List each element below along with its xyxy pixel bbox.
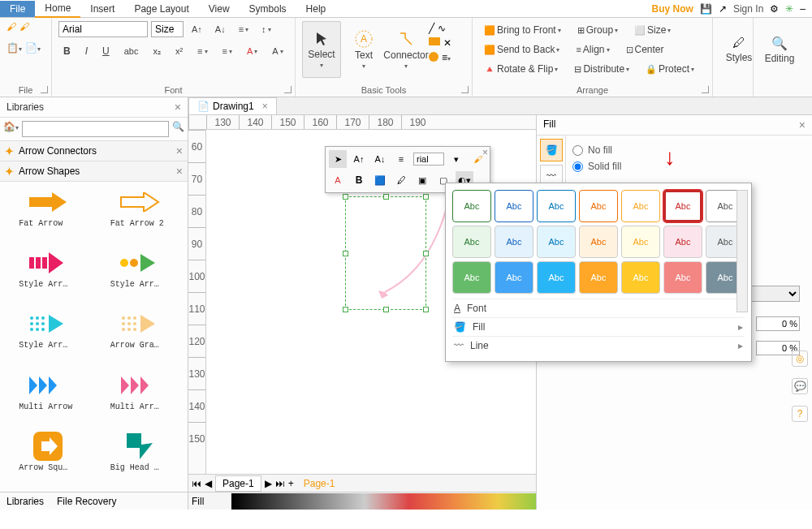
shape-fat-arrow[interactable]: Fat Arrow [5, 187, 92, 243]
text-tool[interactable]: A Text▾ [344, 21, 383, 78]
copy-icon[interactable]: 📄▾ [25, 42, 41, 54]
shape-fat-arrow-2[interactable]: Fat Arrow 2 [97, 187, 184, 243]
solid-fill-option[interactable]: Solid fill [572, 158, 806, 174]
percent-input-1[interactable] [756, 316, 800, 331]
tab-file-recovery[interactable]: File Recovery [57, 496, 116, 507]
select-tool[interactable]: Select▾ [302, 21, 341, 78]
menu-symbols[interactable]: Symbols [240, 1, 296, 17]
strikethrough-button[interactable]: abc [119, 43, 144, 59]
style-swatch[interactable]: Abc [537, 190, 576, 222]
format-painter-icon[interactable]: 🖌 [6, 21, 16, 32]
shape-style-arr-2[interactable]: Style Arr… [97, 247, 184, 303]
lib-arrow-shapes[interactable]: ✦ Arrow Shapes × [0, 161, 188, 182]
font-color-icon[interactable]: A [329, 171, 347, 189]
document-tab[interactable]: 📄Drawing1× [188, 97, 277, 114]
fill-dropdown[interactable] [751, 286, 800, 302]
style-swatch[interactable]: Abc [621, 226, 660, 258]
center-button[interactable]: ⊡ Center [621, 41, 669, 58]
style-swatch[interactable]: Abc [537, 226, 576, 258]
subscript-button[interactable]: x₂ [148, 43, 166, 60]
menu-view[interactable]: View [199, 1, 240, 17]
decrease-font-icon[interactable]: A↓ [371, 150, 389, 168]
style-swatch[interactable]: Abc [495, 226, 533, 258]
page-nav-last[interactable]: ⏭ [275, 478, 285, 489]
style-swatch[interactable]: Abc [452, 226, 491, 258]
selection-box[interactable] [345, 196, 426, 310]
layer-front-icon[interactable]: ▣ [413, 171, 431, 189]
close-fill-panel-icon[interactable]: × [799, 118, 806, 131]
font-size-select[interactable] [151, 21, 184, 37]
rect-shape-icon[interactable] [429, 37, 440, 45]
page-nav-prev[interactable]: ◀ [205, 478, 212, 489]
editing-button[interactable]: 🔍 Editing [760, 21, 799, 78]
share-icon[interactable]: ↗ [719, 3, 727, 15]
shape-arrow-gra[interactable]: Arrow Gra… [97, 308, 184, 364]
shape-big-head[interactable]: Big Head … [97, 431, 184, 487]
decrease-font-icon[interactable]: A↓ [210, 21, 231, 37]
style-swatch[interactable]: Abc [579, 226, 618, 258]
home-icon[interactable]: 🏠▾ [3, 121, 19, 137]
line-spacing-icon[interactable]: ≡▾ [192, 43, 212, 59]
pointer-icon[interactable]: ➤ [329, 150, 347, 168]
circle-shape-icon[interactable] [429, 52, 438, 62]
distribute-button[interactable]: ⊟ Distribute▾ [569, 60, 634, 78]
menu-home[interactable]: Home [35, 0, 80, 18]
rotate-flip-button[interactable]: 🔺 Rotate & Flip▾ [479, 60, 563, 78]
add-page-icon[interactable]: + [288, 478, 294, 489]
send-back-button[interactable]: 🟧 Send to Back▾ [479, 41, 564, 58]
dropdown-icon[interactable]: ▾ [447, 150, 465, 168]
no-fill-option[interactable]: No fill [572, 142, 806, 158]
shape-arrow-squ[interactable]: Arrow Squ… [5, 431, 92, 487]
style-swatch[interactable]: Abc [495, 190, 533, 222]
target-icon[interactable]: ◎ [792, 351, 808, 367]
style-swatch[interactable]: Abc [452, 190, 491, 222]
bullets-icon[interactable]: ≡▾ [218, 43, 237, 59]
connector-tool[interactable]: Connector▾ [387, 21, 425, 78]
increase-font-icon[interactable]: A↑ [187, 21, 207, 37]
line-color-icon[interactable]: 🖊 [392, 171, 410, 189]
fill-tab-bucket[interactable]: 🪣 [540, 139, 563, 161]
style-swatch[interactable]: Abc [621, 261, 660, 294]
shape-style-arr-3[interactable]: Style Arr… [5, 308, 92, 364]
font-family-select[interactable] [58, 21, 148, 37]
bold-button[interactable]: B [58, 42, 76, 60]
style-swatch[interactable]: Abc [663, 261, 702, 294]
menu-file[interactable]: File [0, 1, 35, 17]
line-shape-icon[interactable]: ╱ [429, 23, 434, 34]
line-submenu[interactable]: 〰 Line▸ [452, 336, 745, 355]
page-tab-1[interactable]: Page-1 [215, 475, 261, 492]
superscript-button[interactable]: x² [171, 43, 188, 59]
shape-multi-arr-2[interactable]: Multi Arr… [97, 370, 184, 426]
comment-icon[interactable]: 💬 [792, 378, 808, 394]
minimize-icon[interactable]: – [800, 3, 806, 15]
menu-help[interactable]: Help [296, 1, 336, 17]
buy-now-link[interactable]: Buy Now [652, 3, 693, 15]
font-submenu[interactable]: A Font▸ [452, 299, 745, 317]
close-mini-toolbar-icon[interactable]: × [482, 147, 488, 158]
close-libraries-icon[interactable]: × [175, 101, 181, 114]
bring-front-button[interactable]: 🟧 Bring to Front▾ [479, 21, 566, 39]
styles-button[interactable]: 🖊 Styles [719, 21, 758, 78]
help-icon[interactable]: ? [792, 406, 808, 422]
sign-in-link[interactable]: Sign In [733, 3, 763, 15]
paste-icon[interactable]: 📋▾ [6, 42, 22, 54]
style-swatch-highlighted[interactable]: Abc [663, 190, 702, 222]
style-swatch[interactable]: Abc [579, 261, 618, 294]
library-search-input[interactable] [22, 121, 169, 137]
tab-libraries[interactable]: Libraries [6, 496, 44, 507]
align-button[interactable]: ≡ Align▾ [571, 41, 614, 58]
bold-icon[interactable]: B [350, 171, 368, 189]
gallery-scrollbar[interactable] [736, 190, 748, 312]
size-button[interactable]: ⬜ Size▾ [629, 21, 676, 39]
underline-button[interactable]: U [97, 42, 114, 60]
menu-insert[interactable]: Insert [80, 1, 124, 17]
lib-arrow-connectors[interactable]: ✦ Arrow Connectors × [0, 141, 188, 161]
align-icon[interactable]: ≡ [392, 150, 410, 168]
style-swatch[interactable]: Abc [495, 261, 533, 294]
group-button[interactable]: ⊞ Group▾ [572, 21, 623, 39]
line-style-icon[interactable]: ≡▾ [442, 52, 451, 63]
style-swatch[interactable]: Abc [452, 261, 491, 294]
align-menu-icon[interactable]: ≡▾ [234, 21, 253, 37]
crop-icon[interactable]: ✕ [443, 37, 451, 49]
fill-submenu[interactable]: 🪣 Fill▸ [452, 317, 745, 336]
